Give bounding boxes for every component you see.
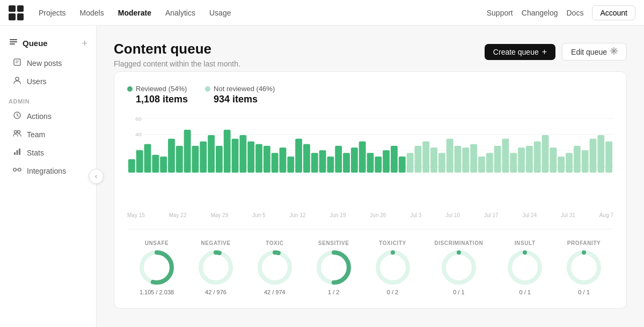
legend-not-reviewed: Not reviewed (46%) 934 items: [205, 85, 275, 105]
nav-projects[interactable]: Projects: [32, 5, 72, 20]
sidebar: Queue + New posts Users ADMIN Actions: [0, 26, 97, 327]
category-item: UNSAFE 1.105 / 2.038: [140, 240, 174, 295]
users-icon: [13, 76, 21, 86]
svg-point-38: [510, 252, 540, 283]
top-nav: Projects Models Moderate Analytics Usage…: [0, 0, 644, 26]
sidebar-item-users[interactable]: Users: [4, 72, 92, 90]
sidebar-item-new-posts[interactable]: New posts: [4, 54, 92, 72]
category-label: INSULT: [515, 240, 536, 246]
not-reviewed-dot: [205, 86, 210, 92]
svg-point-28: [201, 252, 231, 283]
donut-chart: [508, 250, 542, 285]
svg-point-6: [16, 77, 19, 80]
x-label: Jul 10: [445, 212, 460, 218]
sidebar-item-actions[interactable]: Actions: [4, 107, 92, 125]
category-count: 1 / 2: [328, 289, 339, 295]
changelog-link[interactable]: Changelog: [522, 9, 558, 17]
svg-rect-1: [10, 41, 17, 42]
x-labels: May 15 May 22 May 29 Jun 5 Jun 12 Jun 19…: [127, 210, 613, 218]
team-icon: [13, 129, 21, 139]
svg-rect-14: [18, 168, 21, 171]
category-count: 1.105 / 2.038: [140, 289, 174, 295]
category-item: TOXICITY 0 / 2: [376, 240, 410, 295]
x-label: Jun 26: [370, 212, 386, 218]
svg-rect-10: [14, 152, 16, 155]
not-reviewed-count: 934 items: [214, 94, 275, 105]
docs-link[interactable]: Docs: [567, 9, 584, 17]
category-label: NEGATIVE: [201, 240, 230, 246]
x-label: Aug 7: [599, 212, 613, 218]
page-subtitle: Flagged content within the last month.: [114, 60, 240, 68]
svg-point-40: [569, 252, 599, 283]
sidebar-add-button[interactable]: +: [82, 39, 87, 48]
sidebar-item-label: Integrations: [27, 167, 66, 175]
x-label: Jun 5: [252, 212, 265, 218]
sidebar-item-integrations[interactable]: Integrations: [4, 162, 92, 180]
sidebar-queue-icon: [9, 38, 18, 49]
category-count: 42 / 976: [205, 289, 226, 295]
svg-rect-12: [19, 148, 20, 155]
sidebar-queue-label: Queue: [23, 39, 48, 48]
x-label: May 29: [210, 212, 228, 218]
category-item: PROFANITY 0 / 1: [567, 240, 601, 295]
sidebar-collapse-button[interactable]: ‹: [89, 169, 104, 184]
donut-chart: [140, 250, 174, 285]
svg-rect-2: [10, 43, 15, 44]
sidebar-item-team[interactable]: Team: [4, 125, 92, 143]
nav-models[interactable]: Models: [74, 5, 111, 20]
support-link[interactable]: Support: [487, 9, 513, 17]
x-label: May 15: [127, 212, 145, 218]
legend-reviewed: Reviewed (54%) 1,108 items: [127, 85, 188, 105]
sidebar-item-label: New posts: [27, 59, 62, 68]
category-count: 42 / 974: [264, 289, 286, 295]
page-title: Content queue: [114, 41, 240, 57]
nav-usage[interactable]: Usage: [203, 5, 237, 20]
donut-chart: [376, 250, 410, 285]
sidebar-item-label: Team: [27, 130, 45, 139]
svg-point-9: [18, 131, 20, 133]
nav-moderate[interactable]: Moderate: [112, 5, 158, 20]
x-label: Jul 24: [523, 212, 537, 218]
nav-analytics[interactable]: Analytics: [159, 5, 202, 20]
bar-chart-canvas: [127, 114, 613, 210]
category-item: TOXIC 42 / 974: [258, 240, 292, 295]
donut-chart: [442, 250, 476, 285]
integrations-icon: [13, 166, 21, 176]
donut-chart: [199, 250, 233, 285]
actions-icon: [13, 111, 21, 121]
x-label: Jun 12: [289, 212, 305, 218]
category-label: UNSAFE: [145, 240, 169, 246]
sidebar-admin-label: ADMIN: [0, 91, 96, 107]
x-label: Jun 19: [330, 212, 346, 218]
create-queue-button[interactable]: Create queue +: [485, 44, 555, 60]
edit-queue-button[interactable]: Edit queue: [562, 43, 627, 61]
reviewed-count: 1,108 items: [136, 94, 188, 105]
category-label: TOXIC: [266, 240, 283, 246]
page-header: Content queue Flagged content within the…: [114, 41, 627, 68]
logo[interactable]: [9, 5, 24, 20]
svg-point-36: [444, 252, 474, 283]
category-item: INSULT 0 / 1: [508, 240, 542, 295]
reviewed-dot: [127, 86, 133, 92]
category-count: 0 / 1: [519, 289, 531, 295]
category-label: TOXICITY: [379, 240, 406, 246]
category-item: NEGATIVE 42 / 976: [199, 240, 233, 295]
svg-point-16: [613, 50, 615, 52]
category-label: PROFANITY: [567, 240, 601, 246]
account-button[interactable]: Account: [592, 5, 635, 20]
stats-icon: [13, 147, 21, 158]
sidebar-item-stats[interactable]: Stats: [4, 144, 92, 161]
sidebar-item-label: Users: [27, 77, 47, 86]
category-item: SENSITIVE 1 / 2: [317, 240, 351, 295]
bar-chart: 60 40 20 0 May 15 May 22 May 29 Jun 5 J: [127, 114, 613, 218]
category-item: DISCRIMINATION 0 / 1: [434, 240, 483, 295]
category-count: 0 / 1: [578, 289, 589, 295]
svg-point-34: [378, 252, 408, 283]
main-content: Content queue Flagged content within the…: [97, 26, 644, 327]
nav-links: Projects Models Moderate Analytics Usage: [32, 5, 487, 20]
sidebar-item-label: Actions: [27, 112, 52, 121]
x-label: May 22: [169, 212, 187, 218]
chart-card: Reviewed (54%) 1,108 items Not reviewed …: [114, 71, 627, 309]
donut-chart: [258, 250, 292, 285]
donut-chart: [317, 250, 351, 285]
